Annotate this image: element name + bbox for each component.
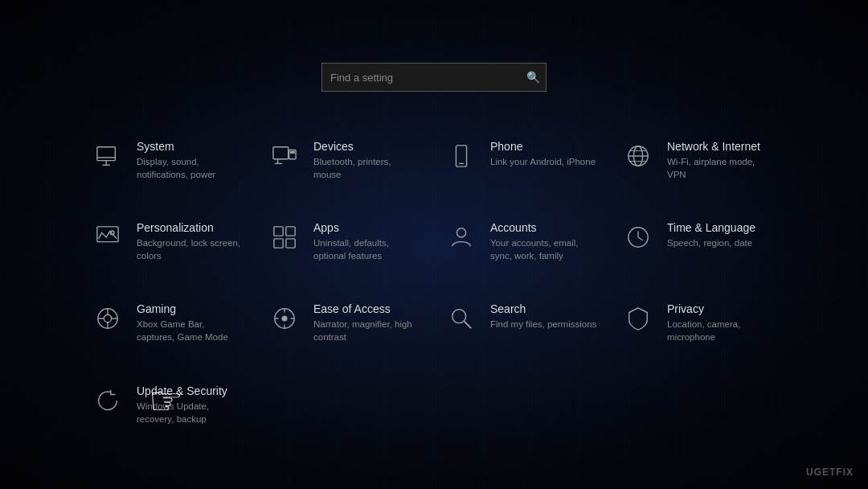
time-subtitle: Speech, region, date xyxy=(667,236,755,249)
gaming-title: Gaming xyxy=(137,302,244,315)
devices-icon xyxy=(270,142,299,171)
privacy-subtitle: Location, camera, microphone xyxy=(667,318,775,343)
network-subtitle: Wi-Fi, airplane mode, VPN xyxy=(667,155,775,181)
settings-item-time[interactable]: Time & LanguageSpeech, region, date xyxy=(611,213,788,270)
settings-item-privacy[interactable]: PrivacyLocation, camera, microphone xyxy=(611,294,788,351)
settings-item-system[interactable]: SystemDisplay, sound, notifications, pow… xyxy=(80,132,257,189)
settings-item-update[interactable]: Update & SecurityWindows Update, recover… xyxy=(80,376,257,434)
time-icon xyxy=(624,223,653,252)
easeofaccess-subtitle: Narrator, magnifier, high contrast xyxy=(313,318,421,343)
svg-rect-11 xyxy=(291,151,295,153)
search-icon xyxy=(447,304,476,333)
svg-rect-3 xyxy=(97,147,116,161)
settings-item-easeofaccess[interactable]: Ease of AccessNarrator, magnifier, high … xyxy=(257,294,434,351)
phone-title: Phone xyxy=(490,140,596,153)
svg-rect-24 xyxy=(286,239,295,248)
search-icon: 🔍 xyxy=(526,71,540,84)
settings-item-gaming[interactable]: GamingXbox Game Bar, captures, Game Mode xyxy=(80,294,257,351)
svg-point-30 xyxy=(104,315,111,323)
update-subtitle: Windows Update, recovery, backup xyxy=(137,400,244,425)
settings-item-apps[interactable]: AppsUninstall, defaults, optional featur… xyxy=(257,213,434,270)
svg-line-42 xyxy=(465,322,471,328)
easeofaccess-title: Ease of Access xyxy=(313,302,421,315)
system-subtitle: Display, sound, notifications, power xyxy=(137,155,244,181)
accounts-icon xyxy=(447,223,476,252)
privacy-icon xyxy=(624,304,653,333)
settings-item-devices[interactable]: DevicesBluetooth, printers, mouse xyxy=(257,132,434,189)
apps-icon xyxy=(270,223,299,252)
gaming-subtitle: Xbox Game Bar, captures, Game Mode xyxy=(137,318,244,343)
svg-rect-21 xyxy=(274,227,283,236)
update-icon xyxy=(93,386,122,415)
settings-item-search[interactable]: SearchFind my files, permissions xyxy=(434,294,611,351)
svg-point-20 xyxy=(110,231,114,235)
gaming-icon xyxy=(93,304,122,333)
svg-rect-23 xyxy=(274,239,283,248)
svg-rect-7 xyxy=(273,147,289,159)
network-icon xyxy=(624,142,653,171)
svg-point-25 xyxy=(457,228,465,237)
system-title: System xyxy=(137,140,244,153)
svg-point-41 xyxy=(452,310,466,323)
personalization-subtitle: Background, lock screen, colors xyxy=(137,236,244,262)
settings-item-accounts[interactable]: AccountsYour accounts, email, sync, work… xyxy=(434,213,611,270)
search-title: Search xyxy=(490,302,596,315)
search-subtitle: Find my files, permissions xyxy=(490,318,596,331)
search-container: 🔍 xyxy=(321,63,547,92)
svg-line-28 xyxy=(638,237,643,240)
system-icon xyxy=(93,142,122,171)
update-title: Update & Security xyxy=(137,384,244,397)
svg-rect-22 xyxy=(286,227,295,236)
search-input[interactable] xyxy=(321,63,547,92)
devices-title: Devices xyxy=(313,140,421,153)
phone-subtitle: Link your Android, iPhone xyxy=(490,155,596,168)
phone-icon xyxy=(447,142,476,171)
settings-item-personalization[interactable]: PersonalizationBackground, lock screen, … xyxy=(80,213,257,270)
personalization-icon xyxy=(93,223,122,252)
privacy-title: Privacy xyxy=(667,302,775,315)
network-title: Network & Internet xyxy=(667,140,775,153)
svg-point-36 xyxy=(282,317,287,322)
ease-icon xyxy=(270,304,299,333)
accounts-subtitle: Your accounts, email, sync, work, family xyxy=(490,236,598,262)
settings-grid: SystemDisplay, sound, notifications, pow… xyxy=(80,132,788,434)
watermark: UGETFIX xyxy=(806,466,854,478)
devices-subtitle: Bluetooth, printers, mouse xyxy=(313,155,421,181)
accounts-title: Accounts xyxy=(490,221,598,234)
personalization-title: Personalization xyxy=(137,221,244,234)
settings-item-phone[interactable]: PhoneLink your Android, iPhone xyxy=(434,132,611,189)
apps-subtitle: Uninstall, defaults, optional features xyxy=(313,236,421,262)
apps-title: Apps xyxy=(313,221,421,234)
time-title: Time & Language xyxy=(667,221,755,234)
settings-item-network[interactable]: Network & InternetWi-Fi, airplane mode, … xyxy=(611,132,788,189)
